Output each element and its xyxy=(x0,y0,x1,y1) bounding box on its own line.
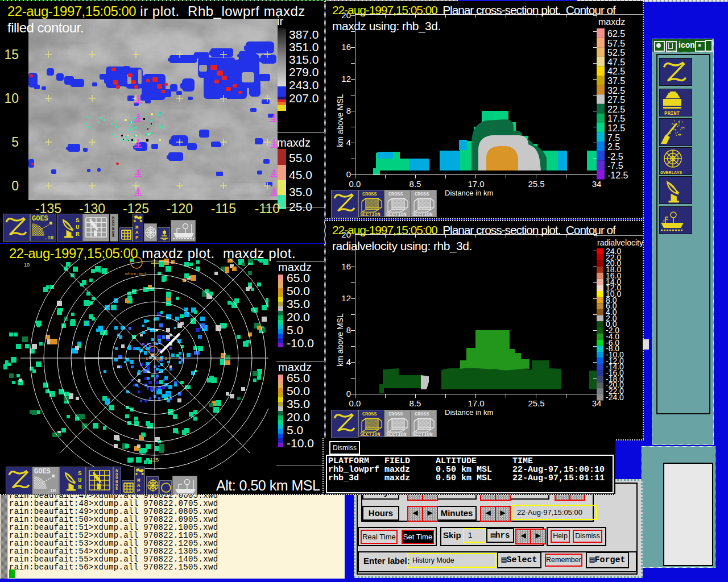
svg-text:57.5: 57.5 xyxy=(607,39,625,48)
svg-text:0: 0 xyxy=(346,389,351,398)
svg-text:55.0: 55.0 xyxy=(289,151,312,164)
svg-text:GOES: GOES xyxy=(32,215,48,223)
svg-text:47.5: 47.5 xyxy=(607,57,625,67)
svg-text:27.5: 27.5 xyxy=(607,95,625,105)
svg-text:35.0: 35.0 xyxy=(287,297,310,310)
svg-text:b<-125-8: b<-125-8 xyxy=(146,356,168,361)
svg-text:35.0: 35.0 xyxy=(289,185,312,198)
svg-text:62.5: 62.5 xyxy=(607,29,625,39)
svg-text:65.0: 65.0 xyxy=(287,271,310,284)
svg-text:S: S xyxy=(115,487,118,491)
svg-text:12: 12 xyxy=(341,74,351,84)
svg-text:20.0: 20.0 xyxy=(287,310,310,323)
svg-text:351.0: 351.0 xyxy=(289,40,319,53)
svg-text:-10.0: -10.0 xyxy=(287,336,314,350)
svg-text:25.0: 25.0 xyxy=(289,200,312,213)
svg-text:CROSS: CROSS xyxy=(362,192,377,197)
svg-text:km above MSL: km above MSL xyxy=(336,313,345,367)
svg-text:207.0: 207.0 xyxy=(289,92,319,105)
svg-text:34: 34 xyxy=(592,179,602,189)
svg-text:12.5: 12.5 xyxy=(607,123,625,133)
svg-text:17.0: 17.0 xyxy=(468,398,484,408)
svg-text:0.0: 0.0 xyxy=(349,179,361,189)
svg-text:17.5: 17.5 xyxy=(607,114,625,123)
svg-text:10: 10 xyxy=(4,91,19,106)
svg-text:radialvelocity: radialvelocity xyxy=(597,238,643,247)
svg-text:maxdz: maxdz xyxy=(277,136,311,149)
svg-text:S: S xyxy=(76,217,80,224)
svg-text:CROSS: CROSS xyxy=(415,192,429,197)
svg-text:.IR: .IR xyxy=(47,488,56,493)
svg-text:7.5: 7.5 xyxy=(607,133,620,143)
svg-text:8: 8 xyxy=(346,106,351,115)
svg-text:37.5: 37.5 xyxy=(607,76,625,86)
svg-text:50.0: 50.0 xyxy=(287,384,310,397)
svg-text:0: 0 xyxy=(11,178,19,193)
svg-text:50.0: 50.0 xyxy=(287,284,310,297)
svg-text:SECTION: SECTION xyxy=(360,432,380,437)
svg-text:-120: -120 xyxy=(167,201,193,216)
svg-text:-2.5: -2.5 xyxy=(607,152,623,161)
svg-text:279.0: 279.0 xyxy=(289,65,319,78)
svg-text:-125: -125 xyxy=(148,457,159,463)
svg-text:4: 4 xyxy=(346,138,351,147)
svg-text:25.5: 25.5 xyxy=(528,179,544,189)
svg-text:10: 10 xyxy=(24,262,30,268)
svg-text:8.5: 8.5 xyxy=(410,179,421,189)
svg-text:25.5: 25.5 xyxy=(528,398,544,408)
svg-text:315.0: 315.0 xyxy=(289,53,319,66)
svg-text:17.0: 17.0 xyxy=(468,179,484,189)
svg-text:U: U xyxy=(78,477,82,484)
svg-text:5.0: 5.0 xyxy=(287,323,303,336)
svg-text:GOES: GOES xyxy=(34,468,51,476)
svg-text:52.5: 52.5 xyxy=(607,48,625,57)
svg-text:R: R xyxy=(78,484,82,490)
svg-text:16: 16 xyxy=(341,42,351,52)
svg-text:km above MSL: km above MSL xyxy=(336,94,345,147)
svg-text:-115: -115 xyxy=(211,201,236,216)
svg-text:P: P xyxy=(135,235,139,241)
svg-text:0: 0 xyxy=(346,169,351,179)
svg-text:-110: -110 xyxy=(255,201,280,216)
svg-text:-10.0: -10.0 xyxy=(287,436,314,450)
svg-text:-12.5: -12.5 xyxy=(607,171,628,180)
svg-text:22.5: 22.5 xyxy=(607,105,625,114)
svg-text:CROSS: CROSS xyxy=(415,411,429,417)
svg-text:12: 12 xyxy=(341,293,351,303)
svg-text:243.0: 243.0 xyxy=(289,78,319,92)
svg-text:SECTION: SECTION xyxy=(386,212,407,217)
svg-text:35.0: 35.0 xyxy=(287,397,310,410)
svg-text:maxdz: maxdz xyxy=(598,17,625,27)
svg-text:-24.0: -24.0 xyxy=(606,393,624,402)
svg-text:16: 16 xyxy=(341,261,351,271)
svg-text:whoe-m<t: whoe-m<t xyxy=(125,271,147,276)
svg-text:SECTION: SECTION xyxy=(360,212,380,217)
svg-text:SECTION: SECTION xyxy=(386,432,407,437)
svg-text:15: 15 xyxy=(4,47,19,62)
svg-text:5: 5 xyxy=(11,135,19,149)
svg-text:32.5: 32.5 xyxy=(607,86,625,95)
svg-text:Distance in km: Distance in km xyxy=(445,408,493,417)
svg-text:CROSS: CROSS xyxy=(388,192,403,197)
svg-text:OVERLAYS: OVERLAYS xyxy=(660,170,682,175)
svg-text:4: 4 xyxy=(346,357,351,367)
svg-text:S: S xyxy=(112,234,114,238)
svg-text:P: P xyxy=(137,488,140,494)
svg-text:.IR: .IR xyxy=(44,235,54,240)
svg-text:CROSS: CROSS xyxy=(362,411,377,417)
svg-text:45.0: 45.0 xyxy=(289,168,312,181)
svg-text:387.0: 387.0 xyxy=(289,28,319,41)
svg-text:0.0: 0.0 xyxy=(349,398,361,408)
svg-text:U: U xyxy=(76,224,80,231)
svg-text:5.0: 5.0 xyxy=(287,423,303,436)
svg-text:PRINT: PRINT xyxy=(664,111,680,115)
svg-text:-7.5: -7.5 xyxy=(607,161,623,171)
svg-text:42.5: 42.5 xyxy=(607,66,625,76)
svg-text:SECTION: SECTION xyxy=(412,432,433,437)
svg-text:Distance in km: Distance in km xyxy=(445,189,493,197)
svg-text:8: 8 xyxy=(346,325,351,335)
svg-text:8.5: 8.5 xyxy=(410,398,421,408)
svg-text:2.5: 2.5 xyxy=(607,142,620,152)
svg-text:20.0: 20.0 xyxy=(287,410,310,423)
svg-text:R: R xyxy=(76,231,80,238)
